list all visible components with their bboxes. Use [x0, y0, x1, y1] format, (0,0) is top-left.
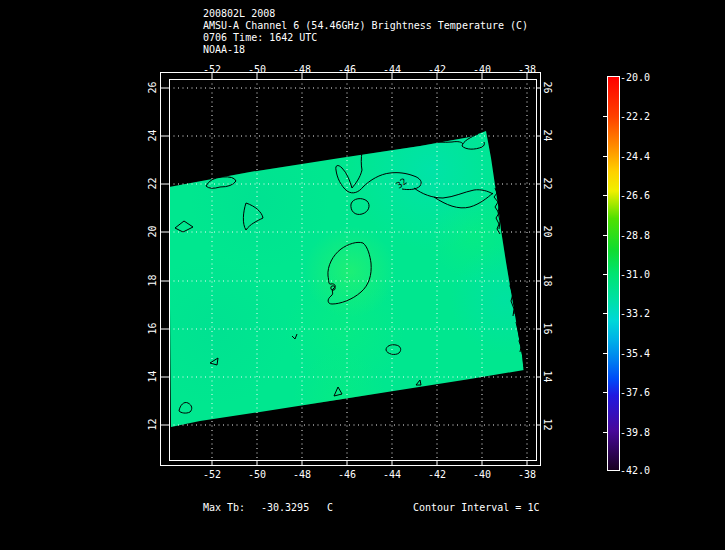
y-tick-right: 26 — [542, 76, 553, 100]
colorbar-label: -20.0 — [620, 72, 650, 83]
colorbar-label: -39.8 — [620, 427, 650, 438]
y-tick-right: 16 — [542, 317, 553, 341]
x-tick-top: -52 — [194, 64, 230, 75]
x-tick-top: -46 — [329, 64, 365, 75]
colorbar — [607, 76, 620, 471]
x-tick-top: -38 — [509, 64, 545, 75]
cool-band-topleft — [190, 130, 330, 270]
colorbar-tick — [603, 274, 607, 275]
x-tick-bottom: -38 — [509, 469, 545, 480]
colorbar-label: -35.4 — [620, 348, 650, 359]
colorbar-tick — [603, 392, 607, 393]
y-tick-right: 22 — [542, 172, 553, 196]
y-tick-right: 24 — [542, 124, 553, 148]
x-tick-bottom: -48 — [284, 469, 320, 480]
colorbar-label: -42.0 — [620, 465, 650, 476]
max-tb-label: Max Tb: — [203, 502, 245, 514]
y-tick-left: 20 — [147, 220, 158, 244]
colorbar-label: -31.0 — [620, 269, 650, 280]
colorbar-label: -37.6 — [620, 387, 650, 398]
x-tick-top: -50 — [239, 64, 275, 75]
max-tb-unit: C — [327, 502, 333, 514]
y-tick-right: 14 — [542, 365, 553, 389]
x-tick-bottom: -46 — [329, 469, 365, 480]
x-tick-top: -48 — [284, 64, 320, 75]
colorbar-label: -28.8 — [620, 230, 650, 241]
colorbar-tick — [603, 313, 607, 314]
x-tick-top: -42 — [419, 64, 455, 75]
colorbar-tick — [603, 235, 607, 236]
y-tick-left: 12 — [147, 413, 158, 437]
x-tick-top: -44 — [374, 64, 410, 75]
y-tick-left: 18 — [147, 269, 158, 293]
satellite-swath — [140, 90, 560, 448]
colorbar-tick — [603, 432, 607, 433]
y-tick-left: 22 — [147, 172, 158, 196]
y-tick-right: 18 — [542, 269, 553, 293]
plot-page: 200802L 2008 AMSU-A Channel 6 (54.46GHz)… — [0, 0, 725, 550]
y-tick-right: 12 — [542, 413, 553, 437]
contour-interval-note: Contour Interval = 1C — [413, 502, 539, 514]
colorbar-label: -22.2 — [620, 111, 650, 122]
x-tick-top: -40 — [464, 64, 500, 75]
max-tb-value: -30.3295 — [261, 502, 309, 514]
colorbar-label: -26.6 — [620, 190, 650, 201]
colorbar-tick — [603, 353, 607, 354]
colorbar-label: -33.2 — [620, 308, 650, 319]
y-tick-left: 26 — [147, 76, 158, 100]
x-tick-bottom: -52 — [194, 469, 230, 480]
y-tick-right: 20 — [542, 220, 553, 244]
colorbar-label: -24.4 — [620, 151, 650, 162]
colorbar-tick — [603, 156, 607, 157]
y-tick-left: 24 — [147, 124, 158, 148]
x-tick-bottom: -42 — [419, 469, 455, 480]
x-tick-bottom: -50 — [239, 469, 275, 480]
warm-spot-bottom — [292, 352, 388, 448]
colorbar-tick — [603, 116, 607, 117]
y-tick-left: 14 — [147, 365, 158, 389]
colorbar-tick — [603, 195, 607, 196]
cool-band-left — [140, 255, 290, 405]
x-tick-bottom: -44 — [374, 469, 410, 480]
x-tick-bottom: -40 — [464, 469, 500, 480]
y-tick-left: 16 — [147, 317, 158, 341]
cool-band-top — [350, 90, 510, 250]
